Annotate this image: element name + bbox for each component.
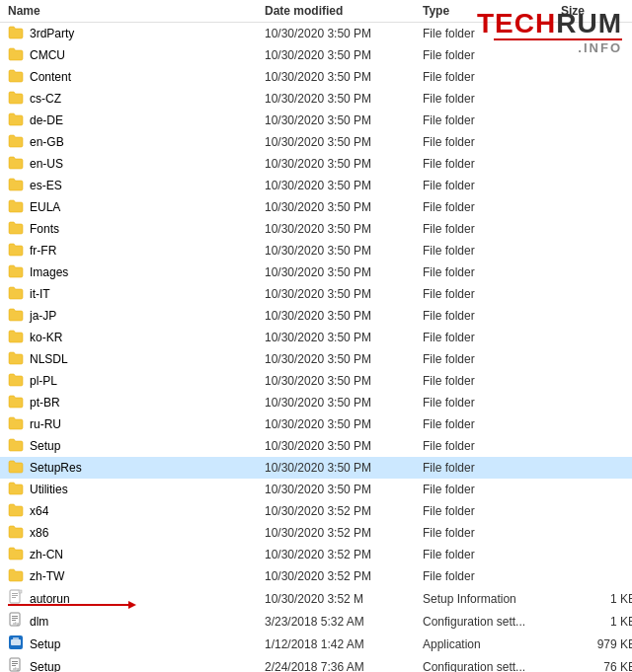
table-row[interactable]: pl-PL 10/30/2020 3:50 PM File folder — [0, 370, 632, 392]
table-row[interactable]: x64 10/30/2020 3:52 PM File folder — [0, 500, 632, 522]
table-row[interactable]: x86 10/30/2020 3:52 PM File folder — [0, 522, 632, 544]
file-date: 10/30/2020 3:50 PM — [265, 309, 423, 323]
file-name-cell: ru-RU — [8, 416, 265, 433]
file-name-cell: ko-KR — [8, 330, 265, 346]
file-icon — [8, 482, 24, 498]
file-type: File folder — [423, 526, 561, 540]
file-type: File folder — [423, 222, 561, 236]
file-name-text: Content — [30, 70, 71, 84]
file-type: File folder — [423, 27, 561, 40]
file-date: 10/30/2020 3:50 PM — [265, 200, 423, 214]
table-row[interactable]: it-IT 10/30/2020 3:50 PM File folder — [0, 283, 632, 305]
file-date: 10/30/2020 3:50 PM — [265, 483, 423, 496]
table-row[interactable]: ru-RU 10/30/2020 3:50 PM File folder — [0, 413, 632, 435]
file-date: 10/30/2020 3:50 PM — [265, 396, 423, 410]
file-icon — [8, 525, 24, 542]
file-icon — [8, 351, 24, 368]
file-name-text: autorun — [30, 592, 70, 606]
file-name-text: Images — [30, 265, 68, 279]
table-row[interactable]: Utilities 10/30/2020 3:50 PM File folder — [0, 479, 632, 500]
file-name-cell: pt-BR — [8, 395, 265, 411]
file-icon — [8, 460, 24, 477]
column-headers: Name Date modified Type Size — [0, 0, 632, 23]
file-type: File folder — [423, 439, 561, 453]
table-row[interactable]: zh-CN 10/30/2020 3:52 PM File folder — [0, 544, 632, 565]
table-row[interactable]: ko-KR 10/30/2020 3:50 PM File folder — [0, 327, 632, 348]
file-icon: cfg — [8, 612, 24, 631]
file-date: 10/30/2020 3:50 PM — [265, 331, 423, 344]
file-name-cell: CMCU — [8, 47, 265, 64]
file-name-text: pl-PL — [30, 374, 57, 388]
file-date: 3/23/2018 5:32 AM — [265, 615, 423, 629]
file-date: 10/30/2020 3:50 PM — [265, 287, 423, 301]
svg-rect-7 — [12, 618, 18, 619]
file-date: 10/30/2020 3:52 M — [265, 592, 423, 606]
table-row[interactable]: Content 10/30/2020 3:50 PM File folder — [0, 66, 632, 88]
svg-rect-6 — [12, 616, 18, 617]
file-rows-container: 3rdParty 10/30/2020 3:50 PM File folder … — [0, 23, 632, 672]
table-row[interactable]: de-DE 10/30/2020 3:50 PM File folder — [0, 110, 632, 131]
file-icon — [8, 134, 24, 151]
file-name-text: EULA — [30, 200, 60, 214]
table-row[interactable]: 3rdParty 10/30/2020 3:50 PM File folder — [0, 23, 632, 44]
file-icon — [8, 438, 24, 455]
table-row[interactable]: en-GB 10/30/2020 3:50 PM File folder — [0, 131, 632, 153]
file-type: File folder — [423, 309, 561, 323]
table-row[interactable]: cfg dlm 3/23/2018 5:32 AM Configuration … — [0, 610, 632, 633]
file-name-text: es-ES — [30, 179, 62, 192]
table-row[interactable]: CMCU 10/30/2020 3:50 PM File folder — [0, 44, 632, 66]
file-type: Configuration sett... — [423, 615, 561, 629]
file-name-text: 3rdParty — [30, 27, 74, 40]
file-name-text: ja-JP — [30, 309, 56, 323]
file-name-cell: autorun — [8, 589, 265, 608]
file-date: 10/30/2020 3:50 PM — [265, 48, 423, 62]
table-row[interactable]: ja-JP 10/30/2020 3:50 PM File folder — [0, 305, 632, 327]
svg-rect-1 — [12, 593, 18, 594]
file-icon — [8, 635, 24, 653]
table-row[interactable]: Fonts 10/30/2020 3:50 PM File folder — [0, 218, 632, 240]
file-icon — [8, 286, 24, 303]
file-list: Name Date modified Type Size 3rdParty 10… — [0, 0, 632, 672]
table-row[interactable]: fr-FR 10/30/2020 3:50 PM File folder — [0, 240, 632, 261]
file-icon — [8, 373, 24, 390]
table-row[interactable]: autorun 10/30/2020 3:52 M Setup Informat… — [0, 587, 632, 610]
file-name-cell: cs-CZ — [8, 91, 265, 108]
file-name-cell: 3rdParty — [8, 26, 265, 42]
file-name-cell: it-IT — [8, 286, 265, 303]
file-type: File folder — [423, 92, 561, 106]
file-name-text: dlm — [30, 615, 48, 629]
table-row[interactable]: en-US 10/30/2020 3:50 PM File folder — [0, 153, 632, 175]
file-name-text: ko-KR — [30, 331, 62, 344]
file-name-cell: de-DE — [8, 112, 265, 129]
table-row[interactable]: EULA 10/30/2020 3:50 PM File folder — [0, 196, 632, 218]
table-row[interactable]: Images 10/30/2020 3:50 PM File folder — [0, 261, 632, 283]
table-row[interactable]: es-ES 10/30/2020 3:50 PM File folder — [0, 175, 632, 196]
table-row[interactable]: Setup 10/30/2020 3:50 PM File folder — [0, 435, 632, 457]
file-name-text: Setup — [30, 439, 60, 453]
file-name-text: it-IT — [30, 287, 50, 301]
svg-rect-15 — [12, 663, 18, 664]
file-type: File folder — [423, 374, 561, 388]
file-icon — [8, 199, 24, 216]
table-row[interactable]: cfg Setup 2/24/2018 7:36 AM Configuratio… — [0, 655, 632, 672]
file-name-cell: cfg dlm — [8, 612, 265, 631]
svg-text:cfg: cfg — [13, 621, 18, 626]
table-row[interactable]: Setup 1/12/2018 1:42 AM Application 979 … — [0, 633, 632, 655]
file-icon — [8, 69, 24, 86]
table-row[interactable]: zh-TW 10/30/2020 3:52 PM File folder — [0, 565, 632, 587]
svg-rect-14 — [12, 661, 18, 662]
file-name-cell: Setup — [8, 635, 265, 653]
svg-rect-4 — [19, 590, 22, 593]
file-icon — [8, 547, 24, 563]
file-type: File folder — [423, 113, 561, 127]
file-name-text: zh-TW — [30, 569, 64, 583]
file-date: 10/30/2020 3:52 PM — [265, 548, 423, 561]
file-type: File folder — [423, 287, 561, 301]
table-row[interactable]: NLSDL 10/30/2020 3:50 PM File folder — [0, 348, 632, 370]
table-row[interactable]: SetupRes 10/30/2020 3:50 PM File folder — [0, 457, 632, 479]
table-row[interactable]: pt-BR 10/30/2020 3:50 PM File folder — [0, 392, 632, 413]
file-type: Application — [423, 637, 561, 651]
file-icon — [8, 91, 24, 108]
table-row[interactable]: cs-CZ 10/30/2020 3:50 PM File folder — [0, 88, 632, 110]
file-type: File folder — [423, 48, 561, 62]
